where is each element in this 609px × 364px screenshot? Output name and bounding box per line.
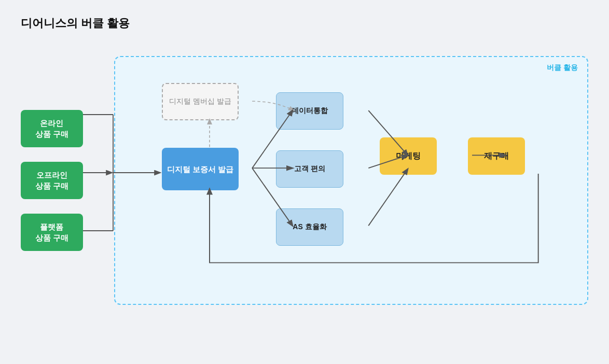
as-efficiency-box: AS 효율화: [276, 208, 343, 246]
offline-purchase-box: 오프라인상품 구매: [21, 162, 83, 199]
page-title: 디어니스의 버클 활용: [21, 16, 588, 31]
data-integration-box: 데이터통합: [276, 92, 343, 130]
digital-cert-box: 디지털 보증서 발급: [162, 148, 239, 190]
customer-convenience-box: 고객 편의: [276, 150, 343, 188]
svg-line-5: [368, 169, 407, 226]
repurchase-box: 재구매: [468, 137, 525, 175]
platform-purchase-box: 플랫폼상품 구매: [21, 214, 83, 251]
diagram-area: 온라인상품 구매 오프라인상품 구매 플랫폼상품 구매 버클 활용 디지털 멤버…: [21, 46, 588, 315]
marketing-box: 마케팅: [380, 137, 437, 175]
bucket-container: 버클 활용 디지털 멤버십 발급 디지털 보증서 발급 데이터통합 고객 편의 …: [114, 56, 588, 305]
input-column: 온라인상품 구매 오프라인상품 구매 플랫폼상품 구매: [21, 110, 83, 251]
online-purchase-box: 온라인상품 구매: [21, 110, 83, 147]
digital-membership-box: 디지털 멤버십 발급: [162, 83, 239, 120]
bucket-label: 버클 활용: [547, 63, 578, 73]
